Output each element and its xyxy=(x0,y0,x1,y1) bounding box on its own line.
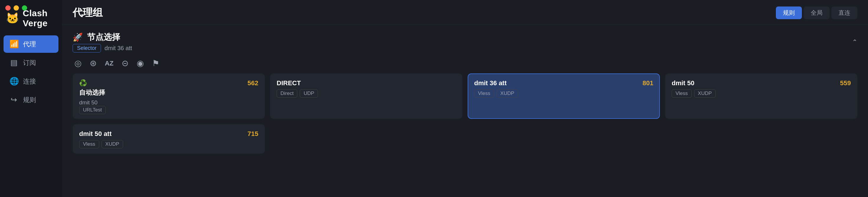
rules-icon: ↪ xyxy=(9,95,18,104)
filter-icon[interactable]: ⊝ xyxy=(122,58,128,68)
sidebar-item-label: 订阅 xyxy=(23,58,36,67)
main-content: 代理组 规则 全局 直连 🚀 节点选择 Selector dmit 36 att… xyxy=(62,0,868,197)
direct-button[interactable]: 直连 xyxy=(831,6,857,19)
sidebar-item-rules[interactable]: ↪ 规则 xyxy=(4,91,58,108)
proxy-group-info: 🚀 节点选择 Selector dmit 36 att xyxy=(73,32,132,53)
topbar-actions: 规则 全局 直连 xyxy=(776,6,857,19)
tag-direct: Direct xyxy=(277,89,297,98)
proxy-card-name: 自动选择 xyxy=(79,88,105,97)
tag-udp: UDP xyxy=(300,89,318,98)
proxy-group-icon: 🚀 xyxy=(73,32,83,42)
topbar: 代理组 规则 全局 直连 xyxy=(62,0,868,25)
proxy-card-tags: Vless XUDP xyxy=(672,89,851,98)
sidebar-item-label: 代理 xyxy=(23,40,36,48)
proxy-card-dmit50[interactable]: dmit 50 559 Vless XUDP xyxy=(665,73,857,119)
proxy-card-dmit36att[interactable]: dmit 36 att 801 Vless XUDP xyxy=(468,73,660,119)
proxy-card-top: DIRECT xyxy=(277,79,456,87)
maximize-button[interactable] xyxy=(22,5,27,11)
proxy-card-icon: ♻️ xyxy=(79,79,105,87)
proxy-card-top: dmit 50 559 xyxy=(672,79,851,87)
rules-button[interactable]: 规则 xyxy=(776,6,802,19)
proxy-card-top: ♻️ 自动选择 562 xyxy=(79,79,258,97)
tag-vless: Vless xyxy=(79,140,99,149)
proxy-card-latency: 715 xyxy=(247,130,258,138)
wifi-icon: 📶 xyxy=(9,39,18,48)
close-button[interactable] xyxy=(5,5,11,11)
tag-vless: Vless xyxy=(672,89,692,98)
sidebar-item-label: 规则 xyxy=(23,96,36,104)
proxy-card-auto[interactable]: ♻️ 自动选择 562 dmit 50 URLTest xyxy=(73,73,265,119)
sidebar-item-connection[interactable]: 🌐 连接 xyxy=(4,72,58,90)
sidebar: 🐱 Clash Verge 📶 代理 ▤ 订阅 🌐 连接 ↪ 规则 xyxy=(0,0,62,197)
collapse-button[interactable]: ⌃ xyxy=(852,38,857,46)
proxy-card-subname: dmit 50 xyxy=(79,99,258,106)
sidebar-nav: 📶 代理 ▤ 订阅 🌐 连接 ↪ 规则 xyxy=(0,35,62,108)
proxy-card-tags: Vless XUDP xyxy=(474,89,653,98)
tag-xudp: XUDP xyxy=(101,140,123,149)
proxy-card-latency: 801 xyxy=(643,79,653,87)
proxy-card-top: dmit 50 att 715 xyxy=(79,130,258,138)
globe-icon: 🌐 xyxy=(9,77,18,86)
tag-urltest: URLTest xyxy=(79,106,106,114)
sidebar-item-subscription[interactable]: ▤ 订阅 xyxy=(4,54,58,71)
selected-node-text: dmit 36 att xyxy=(104,45,132,52)
minimize-button[interactable] xyxy=(13,5,19,11)
proxy-group-header: 🚀 节点选择 Selector dmit 36 att ⌃ xyxy=(73,32,857,53)
proxy-cards-row1: ♻️ 自动选择 562 dmit 50 URLTest DIRECT xyxy=(73,73,857,119)
page-title: 代理组 xyxy=(73,6,103,20)
eye-icon[interactable]: ◉ xyxy=(137,58,144,68)
signal-icon[interactable]: ⊛ xyxy=(90,58,97,68)
sort-az-icon[interactable]: AZ xyxy=(105,60,113,67)
global-button[interactable]: 全局 xyxy=(804,6,830,19)
proxy-card-tags: URLTest xyxy=(79,106,258,114)
tag-vless: Vless xyxy=(474,89,494,98)
proxy-card-latency: 559 xyxy=(840,79,851,87)
proxy-card-bottom: dmit 50 URLTest xyxy=(79,99,258,114)
selector-badge: Selector xyxy=(73,44,101,53)
traffic-lights[interactable] xyxy=(5,5,27,11)
content-area: 🚀 节点选择 Selector dmit 36 att ⌃ ◎ ⊛ AZ ⊝ ◉… xyxy=(62,25,868,197)
proxy-card-latency: 562 xyxy=(247,79,258,87)
target-icon[interactable]: ◎ xyxy=(74,58,82,68)
proxy-group-subtitle: Selector dmit 36 att xyxy=(73,44,132,53)
logo-icon: 🐱 xyxy=(6,11,19,26)
proxy-card-top: dmit 36 att 801 xyxy=(474,79,653,87)
proxy-group-name: 节点选择 xyxy=(87,32,120,43)
sidebar-item-proxy[interactable]: 📶 代理 xyxy=(4,35,58,53)
proxy-card-direct[interactable]: DIRECT Direct UDP xyxy=(270,73,462,119)
app-title: Clash Verge xyxy=(23,8,56,28)
proxy-card-name: dmit 36 att xyxy=(474,79,507,87)
proxy-cards-row2: dmit 50 att 715 Vless XUDP xyxy=(73,124,857,154)
sidebar-item-label: 连接 xyxy=(23,77,36,86)
proxy-card-tags: Vless XUDP xyxy=(79,140,258,149)
proxy-card-name: dmit 50 xyxy=(672,79,694,87)
proxy-card-name: DIRECT xyxy=(277,79,301,87)
subscription-icon: ▤ xyxy=(9,58,18,67)
proxy-card-name: dmit 50 att xyxy=(79,130,112,138)
proxy-group-title: 🚀 节点选择 xyxy=(73,32,132,43)
tag-xudp: XUDP xyxy=(694,89,716,98)
proxy-toolbar: ◎ ⊛ AZ ⊝ ◉ ⚑ xyxy=(73,54,857,73)
tag-xudp: XUDP xyxy=(497,89,518,98)
flag-icon[interactable]: ⚑ xyxy=(152,58,159,68)
proxy-card-dmit50att[interactable]: dmit 50 att 715 Vless XUDP xyxy=(73,124,265,154)
proxy-card-tags: Direct UDP xyxy=(277,89,456,98)
